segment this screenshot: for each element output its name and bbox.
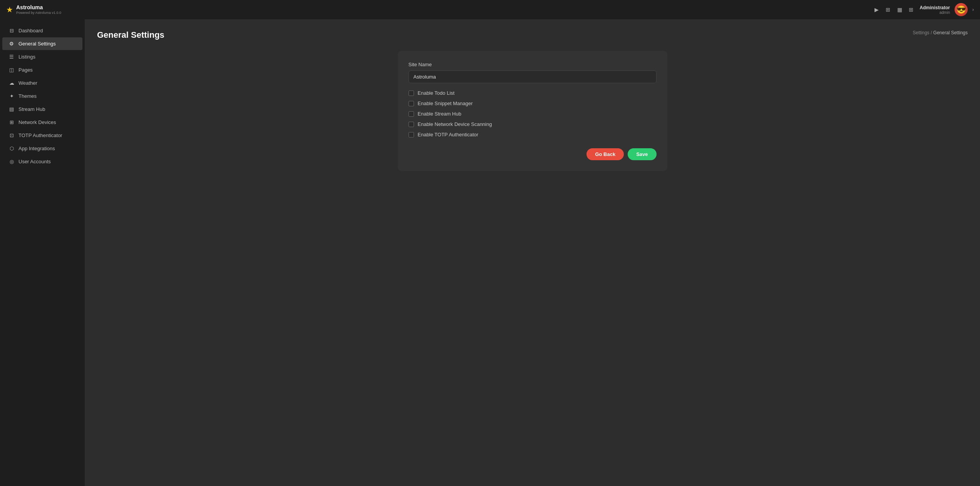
listings-label: Listings xyxy=(18,54,35,60)
sidebar: ⊟ Dashboard ⚙ General Settings ☰ Listing… xyxy=(0,19,85,486)
user-accounts-label: User Accounts xyxy=(18,159,51,164)
weather-icon: ☁ xyxy=(8,80,15,86)
topbar-right: ▶ ⊞ ▦ ⊞ Administrator admin 😎 › xyxy=(873,3,974,16)
pages-icon: ◫ xyxy=(8,67,15,73)
sidebar-item-user-accounts[interactable]: ◎ User Accounts xyxy=(2,155,82,168)
general-settings-label: General Settings xyxy=(18,41,56,47)
totp-authenticator-icon: ⊡ xyxy=(8,132,15,138)
checkbox-row-enable-network-scanning[interactable]: Enable Network Device Scanning xyxy=(409,121,657,127)
enable-stream-hub-checkbox[interactable] xyxy=(409,111,414,117)
logo-text: Astroluma Powered by Astroluma v1.0.0 xyxy=(16,4,61,15)
topbar-action-icons: ▶ ⊞ ▦ ⊞ xyxy=(873,6,915,13)
sidebar-item-pages[interactable]: ◫ Pages xyxy=(2,64,82,76)
checkbox-row-enable-snippet[interactable]: Enable Snippet Manager xyxy=(409,101,657,106)
enable-stream-hub-label: Enable Stream Hub xyxy=(418,111,461,117)
logo-subtitle: Powered by Astroluma v1.0.0 xyxy=(16,11,61,15)
general-settings-icon: ⚙ xyxy=(8,41,15,47)
main-content: General Settings Settings / General Sett… xyxy=(85,19,980,486)
sidebar-item-app-integrations[interactable]: ⬡ App Integrations xyxy=(2,142,82,155)
logo-title: Astroluma xyxy=(16,4,61,11)
themes-label: Themes xyxy=(18,93,37,99)
stream-hub-icon: ▤ xyxy=(8,106,15,112)
stream-hub-label: Stream Hub xyxy=(18,106,45,112)
breadcrumb-current: General Settings xyxy=(933,30,968,35)
video-icon[interactable]: ▶ xyxy=(873,6,880,13)
sidebar-item-totp-authenticator[interactable]: ⊡ TOTP Authenticator xyxy=(2,129,82,142)
go-back-button[interactable]: Go Back xyxy=(586,148,624,160)
app-integrations-label: App Integrations xyxy=(18,146,55,151)
enable-network-scanning-label: Enable Network Device Scanning xyxy=(418,121,492,127)
site-name-input[interactable] xyxy=(409,70,657,83)
site-name-label: Site Name xyxy=(409,62,657,67)
checkbox-row-enable-totp[interactable]: Enable TOTP Authenticator xyxy=(409,132,657,137)
logo-star-icon: ★ xyxy=(6,5,13,14)
topbar-logo-area: ★ Astroluma Powered by Astroluma v1.0.0 xyxy=(6,4,61,15)
user-info: Administrator admin xyxy=(920,5,950,15)
enable-totp-checkbox[interactable] xyxy=(409,132,414,137)
network-devices-label: Network Devices xyxy=(18,119,56,125)
sidebar-item-weather[interactable]: ☁ Weather xyxy=(2,77,82,89)
card-footer: Go Back Save xyxy=(409,148,657,160)
display-icon[interactable]: ⊞ xyxy=(884,6,892,13)
dashboard-icon: ⊟ xyxy=(8,28,15,34)
layout: ⊟ Dashboard ⚙ General Settings ☰ Listing… xyxy=(0,19,980,486)
topbar: ★ Astroluma Powered by Astroluma v1.0.0 … xyxy=(0,0,980,19)
user-accounts-icon: ◎ xyxy=(8,159,15,164)
themes-icon: ✦ xyxy=(8,93,15,99)
settings-card: Site Name Enable Todo List Enable Snippe… xyxy=(398,51,667,171)
pages-label: Pages xyxy=(18,67,33,73)
breadcrumb-parent: Settings xyxy=(913,30,929,35)
sidebar-item-general-settings[interactable]: ⚙ General Settings xyxy=(2,37,82,50)
avatar-image: 😎 xyxy=(957,6,966,13)
topbar-chevron-icon[interactable]: › xyxy=(972,7,974,12)
user-name: Administrator xyxy=(920,5,950,10)
qr-icon[interactable]: ⊞ xyxy=(907,6,915,13)
enable-todo-checkbox[interactable] xyxy=(409,90,414,96)
checkbox-row-enable-todo[interactable]: Enable Todo List xyxy=(409,90,657,96)
grid-icon[interactable]: ▦ xyxy=(896,6,903,13)
enable-snippet-label: Enable Snippet Manager xyxy=(418,101,473,106)
sidebar-item-listings[interactable]: ☰ Listings xyxy=(2,50,82,63)
dashboard-label: Dashboard xyxy=(18,28,43,34)
sidebar-item-network-devices[interactable]: ⊞ Network Devices xyxy=(2,116,82,129)
breadcrumb: Settings / General Settings xyxy=(913,30,968,35)
app-integrations-icon: ⬡ xyxy=(8,146,15,151)
checkbox-row-enable-stream-hub[interactable]: Enable Stream Hub xyxy=(409,111,657,117)
network-devices-icon: ⊞ xyxy=(8,119,15,125)
save-button[interactable]: Save xyxy=(628,148,656,160)
sidebar-item-dashboard[interactable]: ⊟ Dashboard xyxy=(2,24,82,37)
breadcrumb-separator: / xyxy=(931,30,933,35)
page-title: General Settings xyxy=(97,30,164,40)
enable-todo-label: Enable Todo List xyxy=(418,90,455,96)
enable-network-scanning-checkbox[interactable] xyxy=(409,122,414,127)
sidebar-item-stream-hub[interactable]: ▤ Stream Hub xyxy=(2,103,82,116)
page-header: General Settings Settings / General Sett… xyxy=(97,30,968,40)
enable-totp-label: Enable TOTP Authenticator xyxy=(418,132,479,137)
listings-icon: ☰ xyxy=(8,54,15,60)
sidebar-item-themes[interactable]: ✦ Themes xyxy=(2,90,82,102)
totp-authenticator-label: TOTP Authenticator xyxy=(18,132,62,138)
enable-snippet-checkbox[interactable] xyxy=(409,101,414,106)
user-role: admin xyxy=(940,10,950,15)
avatar[interactable]: 😎 xyxy=(955,3,968,16)
checkbox-group: Enable Todo List Enable Snippet Manager … xyxy=(409,90,657,137)
weather-label: Weather xyxy=(18,80,37,86)
